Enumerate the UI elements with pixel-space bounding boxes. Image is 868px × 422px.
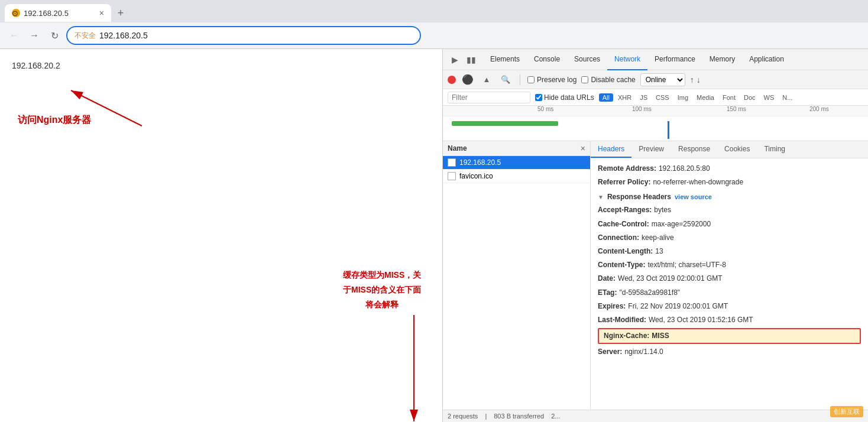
tab-close-btn[interactable]: ×: [99, 8, 104, 18]
timeline-ruler: 50 ms 100 ms 150 ms 200 ms: [443, 106, 868, 116]
network-item-name: favicon.ico: [459, 172, 493, 180]
header-content-length: Content-Length: 13: [598, 246, 861, 257]
header-cache-control: Cache-Control: max-age=2592000: [598, 219, 861, 230]
header-etag: ETag: "d-5958a2a9981f8": [598, 287, 861, 298]
upload-download-icons: ↑ ↓: [690, 75, 701, 85]
filter-font-btn[interactable]: Font: [719, 93, 739, 102]
refresh-btn[interactable]: ↻: [46, 27, 63, 44]
details-panel: Headers Preview Response Cookies Timing …: [591, 141, 868, 410]
filter-ws-btn[interactable]: WS: [760, 93, 778, 102]
tab-sources[interactable]: Sources: [567, 49, 607, 70]
hide-data-urls-label[interactable]: Hide data URLs: [535, 93, 594, 102]
filter-js-btn[interactable]: JS: [636, 93, 651, 102]
network-item-icon: [448, 158, 456, 167]
header-nginx-cache: Nginx-Cache: MISS: [598, 328, 861, 344]
network-item-icon: [448, 172, 456, 180]
details-tab-preview[interactable]: Preview: [631, 141, 671, 158]
name-column-header: Name: [448, 144, 467, 152]
hide-data-urls-checkbox[interactable]: [535, 94, 542, 101]
filter-all-btn[interactable]: All: [599, 93, 613, 102]
header-date: Date: Wed, 23 Oct 2019 02:00:01 GMT: [598, 273, 861, 284]
details-tab-headers[interactable]: Headers: [591, 141, 631, 158]
watermark: 创新互联: [830, 406, 863, 417]
tab-network[interactable]: Network: [607, 49, 647, 70]
filter-xhr-btn[interactable]: XHR: [614, 93, 635, 102]
response-headers-label: Response Headers: [607, 193, 671, 201]
page-content: 192.168.20.2 访问Nginx服务器 缓存类型为MISS，关 于MIS…: [0, 49, 442, 422]
timeline-bar-main: [452, 121, 558, 126]
tab-console[interactable]: Console: [527, 49, 567, 70]
view-source-link[interactable]: view source: [675, 193, 712, 200]
devtools-tabs: ▶ ▮▮ Elements Console Sources Network Pe…: [443, 49, 868, 70]
timeline-area: 50 ms 100 ms 150 ms 200 ms: [443, 106, 868, 141]
triangle-icon: ▼: [598, 194, 604, 200]
network-toolbar: ⚫ ▲ 🔍 Preserve log Disable cache Online …: [443, 70, 868, 89]
network-item[interactable]: favicon.ico: [443, 170, 590, 183]
throttle-select[interactable]: Online Slow 3G Fast 3G Offline: [640, 73, 685, 86]
filter-img-btn[interactable]: Img: [674, 93, 692, 102]
header-last-modified: Last-Modified: Wed, 23 Oct 2019 01:52:16…: [598, 314, 861, 326]
disable-cache-checkbox-label[interactable]: Disable cache: [581, 76, 635, 84]
device-icon-btn[interactable]: ▮▮: [464, 53, 478, 67]
network-item[interactable]: 192.168.20.5: [443, 156, 590, 170]
download-icon: ↓: [697, 75, 701, 85]
tab-title: 192.168.20.5: [24, 9, 96, 18]
filter-icon-btn[interactable]: ▲: [480, 73, 494, 87]
page-ip: 192.168.20.2: [12, 61, 430, 70]
back-btn[interactable]: ←: [6, 27, 22, 44]
devtools-panel: ▶ ▮▮ Elements Console Sources Network Pe…: [442, 49, 868, 422]
filter-css-btn[interactable]: CSS: [652, 93, 673, 102]
filter-bar: Hide data URLs All XHR JS CSS Img Media …: [443, 89, 868, 106]
bytes-transferred: 803 B transferred: [494, 413, 544, 420]
tab-memory[interactable]: Memory: [702, 49, 742, 70]
preserve-log-checkbox[interactable]: [527, 76, 535, 83]
separator: |: [485, 413, 487, 420]
insecure-label: 不安全: [75, 31, 96, 41]
tab-elements[interactable]: Elements: [483, 49, 527, 70]
search-icon-btn[interactable]: 🔍: [498, 73, 513, 87]
response-headers-section-title: ▼ Response Headers view source: [598, 193, 861, 201]
stop-recording-btn[interactable]: ⚫: [461, 73, 475, 87]
timeline-canvas: [443, 116, 868, 141]
details-content: Remote Address: 192.168.20.5:80 Referrer…: [591, 158, 868, 365]
preserve-log-checkbox-label[interactable]: Preserve log: [527, 76, 576, 84]
header-referrer-policy: Referrer Policy: no-referrer-when-downgr…: [598, 177, 861, 188]
close-details-btn[interactable]: ×: [581, 144, 585, 153]
filter-media-btn[interactable]: Media: [693, 93, 718, 102]
network-left-panel: Name × 192.168.20.5 favicon.ico: [443, 141, 591, 410]
network-items: 192.168.20.5 favicon.ico: [443, 156, 590, 410]
timeline-bar-secondary: [668, 121, 669, 139]
details-tabs: Headers Preview Response Cookies Timing: [591, 141, 868, 158]
header-content-type: Content-Type: text/html; charset=UTF-8: [598, 259, 861, 271]
filter-more-btn[interactable]: N...: [779, 93, 796, 102]
forward-btn[interactable]: →: [26, 27, 43, 44]
address-text: 192.168.20.5: [99, 31, 413, 40]
network-item-name: 192.168.20.5: [459, 158, 501, 167]
filter-doc-btn[interactable]: Doc: [740, 93, 759, 102]
new-tab-btn[interactable]: +: [114, 6, 128, 20]
header-server: Server: nginx/1.14.0: [598, 346, 861, 358]
header-expires: Expires: Fri, 22 Nov 2019 02:00:01 GMT: [598, 301, 861, 312]
filter-input[interactable]: [448, 92, 530, 103]
details-tab-cookies[interactable]: Cookies: [717, 141, 757, 158]
ruler-mark-50: 50 ms: [537, 106, 553, 112]
status-bar: 2 requests | 803 B transferred 2...: [443, 410, 868, 422]
header-connection: Connection: keep-alive: [598, 232, 861, 244]
watermark-text: 创新互联: [834, 408, 860, 415]
tab-performance[interactable]: Performance: [647, 49, 702, 70]
cursor-icon-btn[interactable]: ▶: [448, 53, 462, 67]
nav-bar: ← → ↻ 不安全 192.168.20.5: [0, 22, 868, 48]
extra-info: 2...: [551, 413, 560, 420]
header-accept-ranges: Accept-Ranges: bytes: [598, 204, 861, 216]
details-tab-timing[interactable]: Timing: [757, 141, 792, 158]
record-btn[interactable]: [448, 76, 456, 84]
tab-bar: ⊙ 192.168.20.5 × +: [0, 0, 868, 22]
active-tab[interactable]: ⊙ 192.168.20.5 ×: [5, 4, 111, 22]
disable-cache-checkbox[interactable]: [581, 76, 588, 83]
tab-application[interactable]: Application: [742, 49, 791, 70]
details-tab-response[interactable]: Response: [671, 141, 717, 158]
requests-count: 2 requests: [448, 413, 478, 420]
main-area: 192.168.20.2 访问Nginx服务器 缓存类型为MISS，关 于MIS…: [0, 49, 868, 422]
toolbar-sep-1: [520, 74, 520, 85]
address-bar: 不安全 192.168.20.5: [66, 26, 421, 45]
